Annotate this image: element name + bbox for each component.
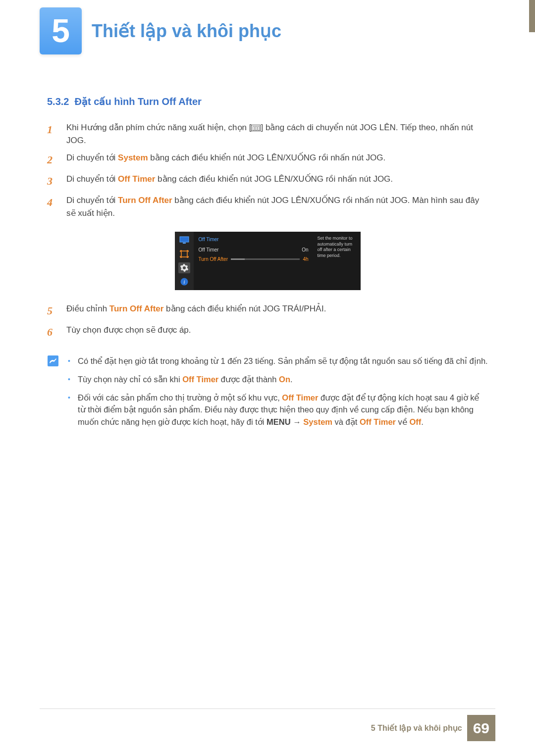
- chapter-number-badge: 5: [40, 7, 82, 54]
- notes-block: Có thể đặt hẹn giờ tắt trong khoảng từ 1…: [47, 355, 488, 434]
- resize-icon: [178, 249, 190, 259]
- note-list: Có thể đặt hẹn giờ tắt trong khoảng từ 1…: [68, 355, 488, 434]
- step-text: Khi Hướng dẫn phím chức năng xuất hiện, …: [66, 121, 488, 147]
- osd-main: Off Timer Off Timer On Turn Off After 4h: [194, 232, 314, 290]
- section-number: 5.3.2: [47, 96, 69, 107]
- osd-screenshot: i Off Timer Off Timer On Turn Off After …: [47, 232, 488, 290]
- osd-sidebar: i: [175, 232, 194, 290]
- section-title: Đặt cấu hình Turn Off After: [75, 96, 202, 107]
- svg-rect-2: [181, 251, 187, 257]
- step-number: 6: [47, 324, 59, 340]
- note-item: Tùy chọn này chỉ có sẵn khi Off Timer đư…: [68, 373, 488, 386]
- step-number: 4: [47, 194, 59, 219]
- accent-turn-off-after: Turn Off After: [109, 304, 164, 313]
- note-item: Đối với các sản phẩm cho thị trường ở mộ…: [68, 392, 488, 428]
- svg-text:i: i: [183, 279, 185, 285]
- footer-page-number: 69: [467, 715, 495, 741]
- step-1: 1 Khi Hướng dẫn phím chức năng xuất hiện…: [47, 121, 488, 147]
- note-item: Có thể đặt hẹn giờ tắt trong khoảng từ 1…: [68, 355, 488, 367]
- page-footer: 5 Thiết lập và khôi phục 69: [40, 708, 495, 756]
- osd-description: Set the monitor to automatically turn of…: [314, 232, 361, 290]
- osd-row-off-timer: Off Timer On: [199, 246, 309, 253]
- step-number: 2: [47, 151, 59, 168]
- step-number: 5: [47, 302, 59, 319]
- page-header: 5 Thiết lập và khôi phục: [0, 0, 535, 54]
- step-2: 2 Di chuyển tới System bằng cách điều kh…: [47, 151, 488, 168]
- step-5: 5 Điều chỉnh Turn Off After bằng cách đi…: [47, 302, 488, 319]
- step-4: 4 Di chuyển tới Turn Off After bằng cách…: [47, 194, 488, 219]
- monitor-icon: [178, 235, 190, 246]
- page-content: 5.3.2 Đặt cấu hình Turn Off After 1 Khi …: [0, 54, 535, 434]
- chapter-title: Thiết lập và khôi phục: [92, 18, 281, 45]
- section-heading: 5.3.2 Đặt cấu hình Turn Off After: [47, 94, 488, 109]
- accent-turn-off-after: Turn Off After: [118, 196, 172, 205]
- step-text: Di chuyển tới System bằng cách điều khiể…: [66, 151, 488, 168]
- step-number: 1: [47, 121, 59, 147]
- info-icon: i: [178, 276, 190, 287]
- osd-heading: Off Timer: [199, 236, 309, 243]
- step-text: Tùy chọn được chọn sẽ được áp.: [66, 324, 488, 340]
- step-text: Di chuyển tới Turn Off After bằng cách đ…: [66, 194, 488, 219]
- step-3: 3 Di chuyển tới Off Timer bằng cách điều…: [47, 173, 488, 189]
- svg-rect-1: [183, 243, 186, 244]
- gear-icon: [178, 262, 190, 273]
- footer-label: 5 Thiết lập và khôi phục: [371, 722, 462, 734]
- step-6: 6 Tùy chọn được chọn sẽ được áp.: [47, 324, 488, 340]
- step-text: Di chuyển tới Off Timer bằng cách điều k…: [66, 173, 488, 189]
- side-stripe: [529, 0, 535, 32]
- menu-icon: ▯▯▯: [251, 125, 261, 131]
- accent-system: System: [118, 153, 148, 162]
- note-icon: [47, 355, 59, 367]
- osd-slider: [231, 258, 300, 260]
- svg-rect-0: [180, 237, 189, 242]
- osd-row-turn-off-after: Turn Off After 4h: [199, 255, 309, 263]
- step-number: 3: [47, 173, 59, 189]
- accent-off-timer: Off Timer: [118, 174, 155, 184]
- step-text: Điều chỉnh Turn Off After bằng cách điều…: [66, 302, 488, 319]
